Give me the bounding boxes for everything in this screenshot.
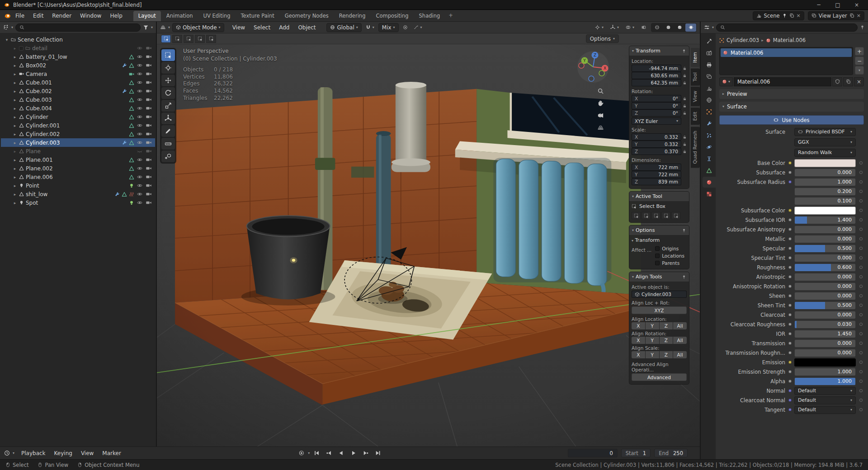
add-slot-button[interactable]: + — [855, 47, 864, 56]
workspace-tab-rendering[interactable]: Rendering — [334, 11, 371, 21]
prop-sheen[interactable]: 0.000 — [794, 292, 856, 300]
prop-subsurface-anisotropy[interactable]: 0.000 — [794, 226, 856, 234]
transform-panel-header[interactable]: ▾Transform — [629, 46, 689, 56]
expand-icon[interactable]: ▸ — [13, 201, 17, 205]
prop-clearcoat[interactable]: 0.000 — [794, 311, 856, 319]
rotation-y-field[interactable]: Y0° — [632, 102, 681, 109]
render-toggle-icon[interactable] — [145, 191, 152, 197]
keyframe-decorator[interactable] — [859, 209, 863, 212]
expand-icon[interactable]: ▸ — [13, 175, 17, 179]
render-toggle-icon[interactable] — [145, 88, 152, 94]
prop-transmission-roughn[interactable]: 0.000 — [794, 349, 856, 357]
editor-type-caret-icon[interactable]: ▾ — [712, 26, 714, 29]
maximize-button[interactable]: □ — [830, 0, 845, 9]
properties-tab-object-data[interactable] — [703, 165, 716, 176]
outliner-item-plane-006[interactable]: ▸Plane.006 — [1, 173, 155, 181]
surface-section-header[interactable]: ▾Surface — [719, 102, 864, 112]
prop-subsurface-ior[interactable]: 1.400 — [794, 216, 856, 224]
keyframe-decorator[interactable] — [859, 370, 863, 373]
visibility-toggle-icon[interactable] — [136, 54, 143, 60]
render-toggle-icon[interactable] — [145, 71, 152, 77]
scale-x-field[interactable]: X0.332 — [632, 133, 681, 141]
menu-edit[interactable]: Edit — [29, 11, 47, 20]
exclude-checkbox[interactable] — [19, 46, 24, 51]
checkbox-origins[interactable]: Origins — [655, 246, 687, 251]
keyframe-decorator[interactable] — [859, 266, 863, 269]
timeline-menu-playback[interactable]: Playback — [17, 449, 50, 458]
render-toggle-icon[interactable] — [145, 97, 152, 103]
keyframe-decorator[interactable] — [859, 342, 863, 345]
tool-mode-button-2[interactable] — [651, 212, 660, 219]
shading-material-button[interactable] — [674, 24, 685, 32]
keyframe-decorator[interactable] — [859, 247, 863, 250]
outliner-item-cube-001[interactable]: ▸Cube.001 — [1, 78, 155, 87]
scene-selector[interactable]: Scene × — [753, 11, 804, 20]
outliner-item-box002[interactable]: ▸Box002 — [1, 61, 155, 70]
prop-emission-strength[interactable]: 1.000 — [794, 368, 856, 376]
outliner-item-cube-004[interactable]: ▸Cube.004 — [1, 104, 155, 113]
editor-type-icon[interactable] — [704, 24, 710, 30]
properties-tab-material[interactable] — [703, 177, 716, 188]
editor-type-caret-icon[interactable]: ▾ — [11, 26, 13, 29]
prop-subsurface-radius-2[interactable]: 0.100 — [794, 197, 856, 205]
menu-help[interactable]: Help — [106, 11, 126, 20]
previous-keyframe-button[interactable] — [323, 449, 334, 458]
location-x-field[interactable]: -944.74 mm — [632, 65, 681, 72]
tool-cursor[interactable] — [161, 62, 175, 74]
outliner-item-cube-003[interactable]: ▸Cube.003 — [1, 95, 155, 104]
tool-mode-button-4[interactable] — [671, 212, 680, 219]
keyframe-decorator[interactable] — [859, 285, 863, 288]
visibility-toggle-icon[interactable] — [136, 62, 143, 68]
keyframe-decorator[interactable] — [859, 228, 863, 231]
visibility-toggle-icon[interactable] — [136, 131, 143, 137]
properties-tab-scene[interactable] — [703, 83, 716, 94]
tool-mode-button-1[interactable] — [642, 212, 651, 219]
outliner-item-cube-002[interactable]: ▸Cube.002 — [1, 87, 155, 95]
render-toggle-icon[interactable] — [145, 157, 152, 163]
editor-type-icon[interactable] — [3, 24, 9, 30]
visibility-toggle-icon[interactable] — [136, 114, 143, 120]
workspace-tab-geometry-nodes[interactable]: Geometry Nodes — [280, 11, 334, 21]
scale-z-field[interactable]: Z0.370 — [632, 148, 681, 155]
tool-measure[interactable] — [161, 138, 175, 150]
mode-selector[interactable]: Object Mode ▾ — [172, 23, 224, 32]
editor-type-caret-icon[interactable]: ▾ — [168, 26, 170, 29]
outliner-item-cylinder-001[interactable]: ▸Cylinder.001 — [1, 121, 155, 130]
render-toggle-icon[interactable] — [145, 131, 152, 137]
keyframe-decorator[interactable] — [859, 180, 863, 183]
outliner-item-battery-01-low[interactable]: ▸battery_01_low — [1, 52, 155, 61]
visibility-toggle-icon[interactable] — [136, 148, 143, 154]
prop-subsurface-radius-1[interactable]: 0.200 — [794, 188, 856, 196]
xray-toggle[interactable] — [639, 23, 648, 32]
expand-icon[interactable]: ▸ — [13, 46, 17, 51]
render-toggle-icon[interactable] — [145, 114, 152, 120]
keyframe-decorator[interactable] — [859, 256, 863, 259]
align-location-x-button[interactable]: X — [632, 322, 645, 329]
editor-type-icon[interactable] — [4, 450, 10, 456]
properties-tab-texture[interactable] — [703, 188, 716, 199]
render-toggle-icon[interactable] — [145, 80, 152, 85]
sidebar-tab-view[interactable]: View — [691, 87, 700, 106]
filter-caret-icon[interactable]: ▾ — [151, 26, 153, 29]
prop-alpha[interactable]: 1.000 — [794, 377, 856, 385]
view-layer-selector[interactable]: View Layer × — [808, 11, 864, 20]
tool-select-box[interactable] — [161, 49, 175, 61]
keyframe-decorator[interactable] — [859, 313, 863, 316]
visibility-toggle-icon[interactable] — [136, 45, 143, 51]
properties-tab-view-layer[interactable] — [703, 71, 716, 82]
prop-specular[interactable]: 0.500 — [794, 244, 856, 253]
surface-shader-dropdown[interactable]: Principled BSDF▾ — [794, 128, 856, 136]
properties-tab-particles[interactable] — [703, 130, 716, 141]
workspace-tab-uv-editing[interactable]: UV Editing — [198, 11, 236, 21]
expand-icon[interactable]: ▸ — [13, 132, 17, 136]
prop-subsurface[interactable]: 0.000 — [794, 169, 856, 177]
tool-rotate[interactable] — [161, 87, 175, 99]
align-scale-x-button[interactable]: X — [632, 351, 645, 358]
close-button[interactable]: × — [849, 0, 864, 9]
minimize-button[interactable]: ─ — [811, 0, 826, 9]
expand-icon[interactable]: ▸ — [13, 89, 17, 94]
viewport-menu-add[interactable]: Add — [275, 23, 293, 32]
outliner-item-plane-001[interactable]: ▸Plane.001 — [1, 155, 155, 164]
snap-mode-selector[interactable]: Mix ▾ — [378, 23, 399, 32]
properties-tab-render[interactable] — [703, 47, 716, 58]
